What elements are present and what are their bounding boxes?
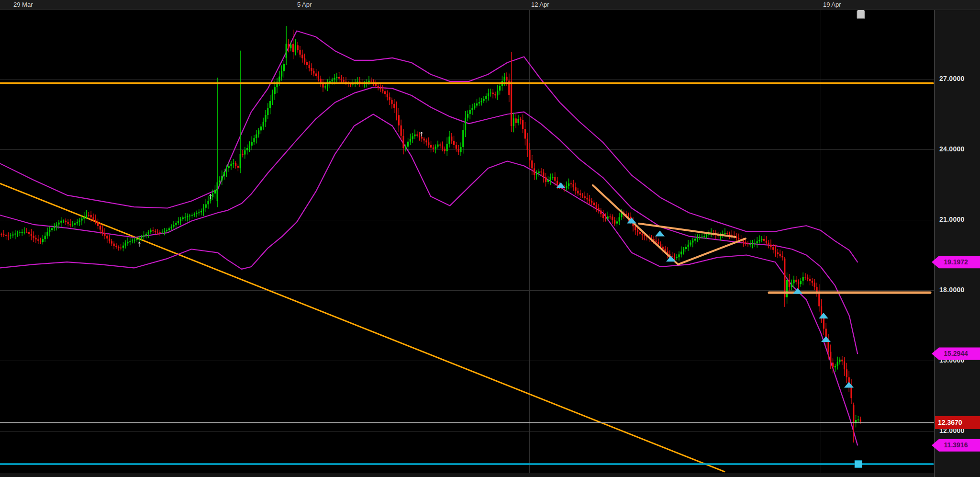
price-axis[interactable]: 27.0000 24.0000 21.0000 18.0000 15.0000 … xyxy=(934,10,980,477)
trading-chart-window: 29 Mar 5 Apr 12 Apr 19 Apr 27.0000 24.00… xyxy=(0,0,980,477)
price-axis-label: 27.0000 xyxy=(939,75,965,82)
time-axis-label: 19 Apr xyxy=(823,1,841,8)
band-value-tag-lower: 11.3916 xyxy=(932,439,980,452)
last-price-tag: 12.3670 xyxy=(935,416,980,429)
price-axis-label: 21.0000 xyxy=(939,216,965,223)
time-axis-label: 12 Apr xyxy=(531,1,549,8)
price-axis-label: 24.0000 xyxy=(939,145,965,153)
time-axis-label: 29 Mar xyxy=(13,1,33,8)
chart-canvas[interactable] xyxy=(0,0,980,477)
band-value-tag-upper: 19.1972 xyxy=(932,256,980,269)
time-axis-label: 5 Apr xyxy=(297,1,312,8)
price-axis-label: 18.0000 xyxy=(939,286,965,294)
time-axis: 29 Mar 5 Apr 12 Apr 19 Apr xyxy=(0,0,980,10)
band-value-tag-middle: 15.2944 xyxy=(932,347,980,360)
